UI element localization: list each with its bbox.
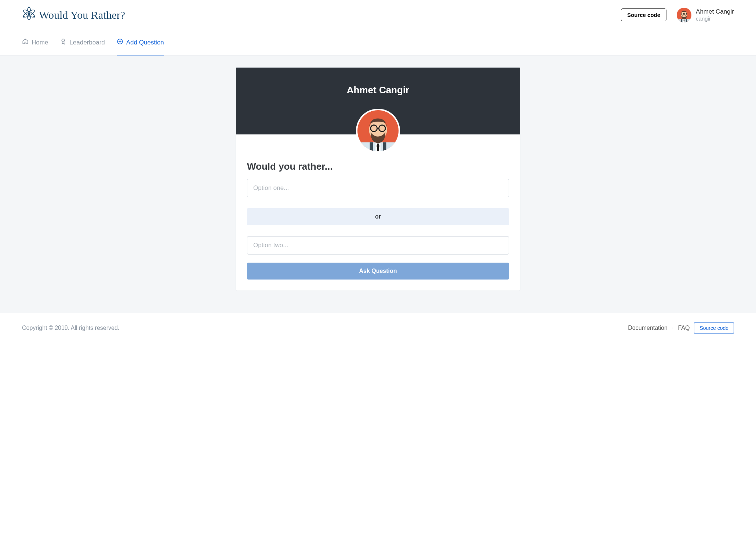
footer-faq-link[interactable]: FAQ: [678, 325, 690, 331]
avatar: [677, 8, 691, 22]
add-question-card: Ahmet Cangir Would you rather... or Ask …: [236, 67, 520, 291]
card-author: Ahmet Cangir: [236, 84, 520, 96]
brand-logo[interactable]: Would You Rather?: [22, 7, 125, 23]
footer-copyright: Copyright © 2019. All rights reserved.: [22, 325, 119, 331]
ask-question-button[interactable]: Ask Question: [247, 263, 509, 280]
nav-add-question[interactable]: Add Question: [117, 30, 164, 55]
footer-source-code-button[interactable]: Source code: [694, 322, 734, 334]
svg-point-14: [28, 12, 30, 15]
avatar-large: [356, 109, 400, 153]
or-separator: or: [247, 208, 509, 225]
card-prompt: Would you rather...: [247, 161, 509, 172]
svg-point-18: [62, 39, 65, 42]
footer-documentation-link[interactable]: Documentation: [628, 325, 668, 331]
svg-point-17: [23, 16, 24, 17]
user-name: Ahmet Cangir: [696, 8, 734, 15]
brand-title: Would You Rather?: [39, 9, 125, 21]
home-icon: [22, 38, 29, 47]
nav-label: Add Question: [126, 39, 164, 46]
nav-label: Leaderboard: [69, 39, 105, 46]
svg-point-15: [28, 7, 29, 8]
option-one-input[interactable]: [247, 179, 509, 197]
nav-home[interactable]: Home: [22, 30, 48, 55]
user-handle: cangir: [696, 15, 734, 22]
nav-leaderboard[interactable]: Leaderboard: [60, 30, 105, 55]
atom-icon: [22, 7, 36, 23]
svg-point-16: [34, 16, 35, 17]
plus-circle-icon: [117, 38, 123, 47]
nav-label: Home: [32, 39, 48, 46]
user-menu[interactable]: Ahmet Cangir cangir: [677, 8, 734, 22]
source-code-button[interactable]: Source code: [621, 8, 666, 21]
option-two-input[interactable]: [247, 236, 509, 255]
badge-icon: [60, 38, 66, 47]
